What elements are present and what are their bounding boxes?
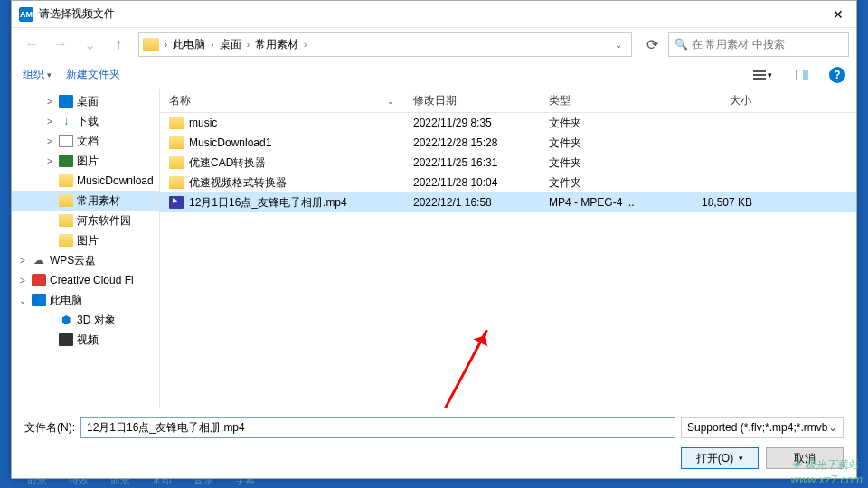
file-name: 12月1日16点_友锋电子相册.mp4: [189, 195, 347, 211]
twisty-icon: >: [17, 276, 28, 286]
tree-item[interactable]: 常用素材: [12, 191, 159, 211]
tree-item[interactable]: >桌面: [12, 91, 159, 111]
tree-item[interactable]: 视频: [12, 330, 159, 350]
file-name: music: [189, 117, 217, 129]
preview-pane-button[interactable]: [789, 64, 815, 86]
tree-item-label: 视频: [77, 333, 99, 348]
open-button[interactable]: 打开(O)▾: [681, 447, 759, 469]
file-size: 18,507 KB: [653, 196, 761, 209]
item-icon: [32, 274, 46, 286]
up-button[interactable]: ↑: [106, 32, 131, 57]
filename-input[interactable]: [80, 417, 675, 438]
twisty-icon: >: [44, 97, 55, 107]
breadcrumb-pc[interactable]: 此电脑: [169, 35, 209, 54]
nav-tree[interactable]: >桌面>↓下载>文档>图片MusicDownload常用素材河东软件园图片>☁W…: [12, 89, 160, 408]
file-icon: [169, 117, 184, 129]
item-icon: [59, 214, 73, 227]
search-input[interactable]: [692, 38, 843, 51]
file-name: 优速CAD转换器: [189, 155, 266, 171]
tree-item[interactable]: ⌄此电脑: [12, 290, 159, 310]
file-row[interactable]: music2022/11/29 8:35文件夹: [160, 113, 856, 133]
column-headers: 名称⌄ 修改日期 类型 大小: [160, 89, 856, 113]
column-size[interactable]: 大小: [653, 89, 761, 112]
item-icon: [59, 155, 73, 167]
close-button[interactable]: ✕: [820, 1, 856, 28]
svg-rect-4: [803, 70, 808, 80]
item-icon: ⬢: [59, 314, 73, 326]
list-view-icon: [753, 70, 766, 80]
tree-item-label: 图片: [77, 233, 99, 249]
file-date: 2022/12/28 15:28: [404, 136, 540, 149]
tree-item[interactable]: >图片: [12, 151, 159, 171]
twisty-icon: >: [44, 117, 55, 127]
search-box[interactable]: 🔍: [668, 32, 849, 57]
tree-item-label: 文档: [77, 134, 99, 149]
content-area: >桌面>↓下载>文档>图片MusicDownload常用素材河东软件园图片>☁W…: [12, 89, 856, 408]
view-mode-button[interactable]: ▾: [750, 64, 775, 86]
file-date: 2022/11/29 8:35: [404, 117, 540, 129]
column-name[interactable]: 名称⌄: [160, 89, 404, 112]
filetype-filter[interactable]: Supported (*.flv;*.mp4;*.rmvb: [681, 417, 844, 438]
column-type[interactable]: 类型: [540, 89, 653, 112]
path-dropdown[interactable]: ⌄: [609, 40, 627, 50]
file-name: MusicDownload1: [189, 136, 271, 149]
file-date: 2022/12/1 16:58: [404, 196, 540, 209]
chevron-down-icon: ▾: [739, 454, 743, 463]
new-folder-button[interactable]: 新建文件夹: [66, 67, 120, 82]
breadcrumb-desktop[interactable]: 桌面: [216, 35, 245, 54]
cancel-button[interactable]: 取消: [766, 447, 844, 469]
file-type: 文件夹: [540, 155, 653, 171]
filename-label: 文件名(N):: [24, 420, 75, 436]
tree-item-label: MusicDownload: [77, 174, 154, 187]
twisty-icon: >: [44, 136, 55, 146]
file-icon: [169, 136, 184, 149]
svg-rect-2: [753, 78, 766, 80]
back-button[interactable]: ←: [19, 32, 44, 57]
chevron-right-icon: ›: [163, 40, 169, 50]
tree-item[interactable]: >Creative Cloud Fi: [12, 270, 159, 290]
item-icon: [59, 194, 73, 207]
file-row[interactable]: 优速CAD转换器2022/11/25 16:31文件夹: [160, 153, 856, 173]
folder-icon: [143, 38, 159, 51]
chevron-right-icon: ›: [245, 40, 251, 50]
tree-item-label: 下载: [77, 114, 99, 129]
item-icon: [59, 135, 73, 147]
toolbar: 组织 新建文件夹 ▾ ?: [12, 61, 856, 89]
breadcrumb-current[interactable]: 常用素材: [251, 35, 302, 54]
tree-item[interactable]: 河东软件园: [12, 211, 159, 230]
help-button[interactable]: ?: [829, 67, 845, 83]
twisty-icon: ⌄: [17, 296, 28, 305]
organize-menu[interactable]: 组织: [23, 67, 52, 82]
tree-item[interactable]: ⬢3D 对象: [12, 310, 159, 330]
tree-item-label: 图片: [77, 154, 99, 169]
tree-item[interactable]: >文档: [12, 131, 159, 151]
forward-button[interactable]: →: [48, 32, 73, 57]
tree-item-label: 此电脑: [50, 293, 82, 308]
file-row[interactable]: MusicDownload12022/12/28 15:28文件夹: [160, 133, 856, 153]
file-date: 2022/11/28 10:04: [404, 176, 540, 189]
file-rows[interactable]: music2022/11/29 8:35文件夹MusicDownload1202…: [160, 113, 856, 408]
item-icon: [59, 95, 73, 108]
sort-indicator-icon: ⌄: [387, 97, 394, 106]
column-date[interactable]: 修改日期: [404, 89, 540, 112]
tree-item[interactable]: MusicDownload: [12, 171, 159, 191]
search-icon: 🔍: [675, 38, 688, 51]
file-icon: [169, 196, 184, 209]
file-list: 名称⌄ 修改日期 类型 大小 music2022/11/29 8:35文件夹Mu…: [160, 89, 856, 408]
twisty-icon: >: [17, 256, 28, 266]
file-type: 文件夹: [540, 175, 653, 191]
file-name: 优速视频格式转换器: [189, 175, 287, 191]
file-row[interactable]: 优速视频格式转换器2022/11/28 10:04文件夹: [160, 173, 856, 192]
svg-rect-0: [753, 70, 766, 72]
tree-item[interactable]: 图片: [12, 230, 159, 250]
recent-dropdown[interactable]: ⌄: [77, 32, 102, 57]
svg-rect-1: [753, 74, 766, 76]
dialog-footer: 文件名(N): Supported (*.flv;*.mp4;*.rmvb 打开…: [12, 408, 856, 478]
tree-item-label: Creative Cloud Fi: [50, 274, 134, 286]
item-icon: [59, 333, 73, 346]
refresh-button[interactable]: ⟳: [639, 32, 665, 57]
tree-item[interactable]: >☁WPS云盘: [12, 250, 159, 270]
tree-item[interactable]: >↓下载: [12, 111, 159, 131]
file-row[interactable]: 12月1日16点_友锋电子相册.mp42022/12/1 16:58MP4 - …: [160, 192, 856, 212]
breadcrumb-bar[interactable]: › 此电脑 › 桌面 › 常用素材 › ⌄: [138, 32, 632, 57]
